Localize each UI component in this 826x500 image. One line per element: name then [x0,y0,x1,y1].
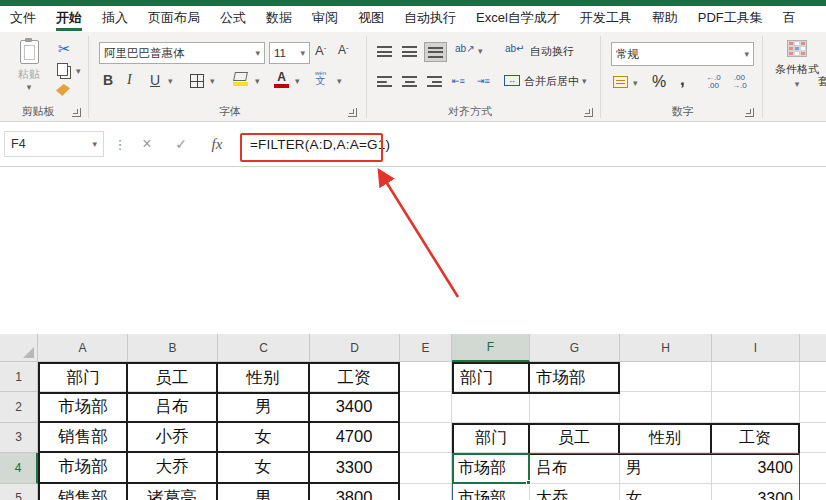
cell-C1[interactable]: 性别 [218,362,310,394]
select-all-corner[interactable] [0,334,38,362]
cell-G3[interactable]: 员工 [530,423,620,455]
copy-button[interactable] [57,63,68,76]
cell-D3[interactable]: 4700 [310,423,400,453]
fill-color-button[interactable] [233,72,248,86]
orientation-button[interactable]: ab↗ [455,43,475,54]
ribbon-tab-1[interactable]: 文件 [1,6,45,32]
number-dialog-launcher[interactable] [745,108,754,117]
cell-H3[interactable]: 性别 [620,423,712,455]
column-header-C[interactable]: C [218,334,310,362]
merge-center-button[interactable]: ↔ [504,75,520,86]
font-dialog-launcher[interactable] [348,108,357,117]
cell-I4[interactable]: 3400 [712,453,800,483]
cell-C2[interactable]: 男 [218,392,310,422]
comma-style-button[interactable]: , [680,70,685,90]
align-right-button[interactable] [427,76,442,87]
cell-A4[interactable]: 市场部 [38,453,128,483]
underline-chevron-icon[interactable]: ▾ [168,76,173,86]
cell-H5[interactable]: 女 [620,484,712,500]
cell-G5[interactable]: 大乔 [530,484,620,500]
column-header-D[interactable]: D [310,334,400,362]
format-painter-button[interactable] [56,84,70,96]
cell-B4[interactable]: 大乔 [128,453,218,483]
align-top-button[interactable] [377,46,392,57]
cell-A1[interactable]: 部门 [38,362,128,394]
column-header-F[interactable]: F [452,334,530,362]
font-size-combo[interactable]: 11▾ [269,42,310,64]
ribbon-tab-9[interactable]: 自动执行 [395,6,465,32]
row-header-3[interactable]: 3 [0,423,38,453]
paste-button[interactable]: 粘贴 ▾ [8,40,50,102]
row-header-5[interactable]: 5 [0,484,38,500]
insert-function-button[interactable]: fx [205,131,229,157]
column-header-I[interactable]: I [712,334,800,362]
decrease-decimal-button[interactable]: .00 →.0 [732,74,747,91]
wrap-text-label[interactable]: 自动换行 [530,44,574,59]
row-header-2[interactable]: 2 [0,392,38,422]
cell-B1[interactable]: 员工 [128,362,218,394]
decrease-indent-button[interactable]: ⇤≡ [452,76,465,86]
align-left-button[interactable] [377,76,392,87]
cell-C3[interactable]: 女 [218,423,310,453]
fill-handle[interactable] [526,480,531,485]
ribbon-tab-10[interactable]: Excel自学成才 [467,6,569,32]
clipboard-dialog-launcher[interactable] [72,108,81,117]
italic-button[interactable]: I [127,72,132,88]
ribbon-tab-5[interactable]: 公式 [211,6,255,32]
borders-chevron-icon[interactable]: ▾ [210,76,215,86]
percent-style-button[interactable]: % [652,73,666,91]
cell-B5[interactable]: 诸葛亮 [128,484,218,500]
font-color-button[interactable]: A [274,71,289,88]
cell-D2[interactable]: 3400 [310,392,400,422]
cell-A2[interactable]: 市场部 [38,392,128,422]
increase-decimal-button[interactable]: ←.0 .00 [706,74,721,91]
underline-button[interactable]: U [150,72,160,88]
font-color-chevron-icon[interactable]: ▾ [295,76,300,86]
align-middle-button[interactable] [402,46,417,57]
ribbon-tab-13[interactable]: PDF工具集 [689,6,772,32]
shrink-font-button[interactable]: Aˇ [338,43,349,57]
cell-I5[interactable]: 3300 [712,484,800,500]
merge-center-chevron-icon[interactable]: ▾ [582,76,587,86]
merge-center-label[interactable]: 合并后居中 [524,74,579,89]
cell-F4[interactable]: 市场部 [452,453,530,483]
accounting-format-button[interactable] [613,76,628,88]
cell-B3[interactable]: 小乔 [128,423,218,453]
align-center-button[interactable] [402,76,417,87]
number-format-combo[interactable]: 常规▾ [611,42,754,66]
wrap-text-button[interactable]: ab↵ [505,43,525,54]
copy-chevron-icon[interactable]: ▾ [76,66,81,76]
cell-F5[interactable]: 市场部 [452,484,530,500]
font-name-combo[interactable]: 阿里巴巴普惠体▾ [99,42,265,64]
grow-font-button[interactable]: Aˆ [315,43,326,58]
align-bottom-button[interactable] [425,43,446,61]
column-header-E[interactable]: E [400,334,452,362]
cell-A3[interactable]: 销售部 [38,423,128,453]
column-header-G[interactable]: G [530,334,620,362]
ribbon-tab-8[interactable]: 视图 [349,6,393,32]
cell-D5[interactable]: 3800 [310,484,400,500]
cell-C5[interactable]: 男 [218,484,310,500]
cell-C4[interactable]: 女 [218,453,310,483]
cell-F1[interactable]: 部门 [452,362,530,394]
cancel-button[interactable]: × [136,131,158,157]
name-box[interactable]: F4 ▾ [4,131,104,157]
cut-button[interactable]: ✂ [58,40,71,58]
increase-indent-button[interactable]: ⇥≡ [477,76,490,86]
ribbon-tab-3[interactable]: 插入 [93,6,137,32]
cell-A5[interactable]: 销售部 [38,484,128,500]
cell-B2[interactable]: 吕布 [128,392,218,422]
cell-I3[interactable]: 工资 [712,423,800,455]
orientation-chevron-icon[interactable]: ▾ [478,46,483,56]
column-header-A[interactable]: A [38,334,128,362]
column-header-clipped[interactable] [800,334,826,362]
ribbon-tab-4[interactable]: 页面布局 [139,6,209,32]
cell-H4[interactable]: 男 [620,453,712,483]
ribbon-tab-11[interactable]: 开发工具 [571,6,641,32]
column-header-H[interactable]: H [620,334,712,362]
column-header-B[interactable]: B [128,334,218,362]
cell-F3[interactable]: 部门 [452,423,530,455]
ribbon-tab-12[interactable]: 帮助 [643,6,687,32]
borders-button[interactable] [190,74,204,88]
ribbon-tab-6[interactable]: 数据 [257,6,301,32]
